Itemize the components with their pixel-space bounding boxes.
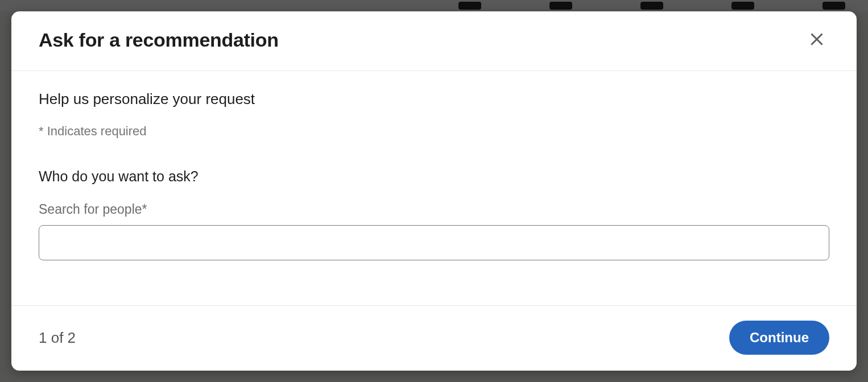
- close-button[interactable]: [804, 27, 829, 52]
- continue-button[interactable]: Continue: [729, 321, 829, 355]
- modal-footer: 1 of 2 Continue: [11, 305, 857, 371]
- recommendation-modal: Ask for a recommendation Help us persona…: [11, 11, 857, 371]
- modal-header: Ask for a recommendation: [11, 11, 857, 71]
- search-people-input[interactable]: [39, 225, 829, 260]
- close-icon: [808, 31, 825, 49]
- step-indicator: 1 of 2: [39, 329, 76, 347]
- required-indicator-note: * Indicates required: [39, 124, 829, 139]
- who-to-ask-question: Who do you want to ask?: [39, 168, 829, 185]
- modal-body: Help us personalize your request * Indic…: [11, 71, 857, 305]
- modal-subtitle: Help us personalize your request: [39, 90, 829, 108]
- modal-title: Ask for a recommendation: [39, 29, 279, 51]
- search-people-label: Search for people*: [39, 202, 829, 217]
